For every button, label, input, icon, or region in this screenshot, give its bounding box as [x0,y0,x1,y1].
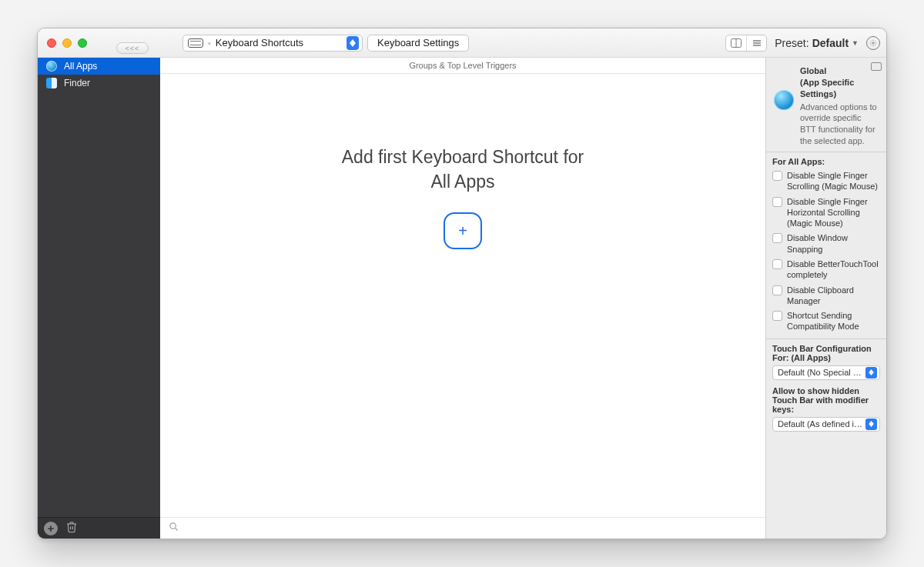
keyboard-icon [188,38,203,48]
modifier-keys-popup[interactable]: Default (As defined in setti… [772,417,880,432]
trigger-type-label: Keyboard Shortcuts [216,37,303,48]
checkbox-option[interactable]: Disable Window Snapping [772,232,880,255]
sidebar-item-all-apps[interactable]: All Apps [38,58,160,75]
inspector-panel: Global(App Specific Settings) Advanced o… [765,58,886,539]
sidebar-item-label: Finder [64,78,90,88]
window-body: All AppsFinder + Groups & Top Level Trig… [38,58,886,539]
preset-name: Default [812,37,849,49]
svg-marker-1 [350,43,356,47]
close-window-button[interactable] [47,38,56,48]
globe-icon [774,90,794,110]
main-area: Add first Keyboard Shortcut for All Apps… [160,74,765,517]
preset-prefix: Preset: [775,37,808,49]
traffic-lights [47,38,102,48]
column-view-icon[interactable] [726,35,746,51]
modifier-keys-title: Allow to show hidden Touch Bar with modi… [772,386,880,414]
empty-state-text: Add first Keyboard Shortcut for All Apps [342,145,584,194]
checkbox-label: Disable Single Finger Horizontal Scrolli… [787,196,880,229]
checkbox-label: Disable Clipboard Manager [787,285,880,307]
list-view-icon[interactable] [746,35,766,51]
stepper-arrows-icon [865,367,877,379]
toolbar-left-group: • Keyboard Shortcuts Keyboard Settings [182,35,469,52]
main-column: Groups & Top Level Triggers Add first Ke… [160,58,765,539]
window-icon[interactable] [871,62,882,71]
sidebar-item-finder[interactable]: Finder [38,75,160,92]
touch-bar-popup[interactable]: Default (No Special Handli… [772,365,880,380]
titlebar: <<< • Keyboard Shortcuts Keyboard Settin… [38,28,886,58]
checkbox-label: Disable BetterTouchTool completely [787,258,880,281]
view-mode-segment[interactable] [725,35,767,52]
checkbox-option[interactable]: Shortcut Sending Compatibility Mode [772,310,880,332]
search-icon[interactable] [168,521,179,535]
add-first-shortcut-button[interactable]: + [444,212,482,249]
for-all-apps-section: For All Apps: Disable Single Finger Scro… [766,152,886,339]
main-subheader: Groups & Top Level Triggers [160,58,765,74]
sidebar-footer: + [38,517,160,539]
modifier-keys-popup-value: Default (As defined in setti… [778,419,865,429]
svg-point-7 [872,42,875,44]
keyboard-settings-button[interactable]: Keyboard Settings [367,35,469,52]
for-all-apps-title: For All Apps: [772,157,880,166]
globe-icon [45,60,58,72]
stepper-arrows-icon [346,36,359,50]
app-window: <<< • Keyboard Shortcuts Keyboard Settin… [37,28,887,539]
minimize-window-button[interactable] [62,38,72,48]
sidebar-list: All AppsFinder [38,58,160,517]
checkbox-option[interactable]: Disable Clipboard Manager [772,285,880,307]
sidebar: All AppsFinder + [38,58,160,539]
touch-bar-popup-value: Default (No Special Handli… [778,368,865,377]
checkbox-icon [772,311,782,321]
inspector-title: Global(App Specific Settings) [800,65,879,100]
svg-marker-11 [869,372,874,375]
toolbar-right-group: Preset: Default▼ [725,35,880,52]
main-footer [160,517,765,539]
checkbox-icon [772,197,782,207]
finder-icon [45,77,58,89]
checkbox-icon [772,285,782,295]
touch-bar-title: Touch Bar Configuration For: (All Apps) [772,344,880,362]
checkbox-icon [772,259,782,269]
svg-marker-13 [869,424,874,427]
checkbox-option[interactable]: Disable Single Finger Scrolling (Magic M… [772,170,880,192]
settings-gear-button[interactable] [866,36,880,50]
checkbox-icon [772,171,782,181]
touch-bar-section: Touch Bar Configuration For: (All Apps) … [766,339,886,438]
delete-app-button[interactable] [65,521,78,536]
checkbox-icon [772,233,782,243]
add-app-button[interactable]: + [44,522,58,535]
stepper-arrows-icon [865,419,877,430]
zoom-window-button[interactable] [78,38,87,48]
inspector-description: Advanced options to override specific BT… [800,102,879,147]
sidebar-item-label: All Apps [64,61,97,72]
svg-line-9 [175,528,177,530]
separator-dot: • [208,38,211,48]
checkbox-label: Disable Window Snapping [787,232,880,255]
preset-selector[interactable]: Preset: Default▼ [775,37,859,49]
trigger-type-selector[interactable]: • Keyboard Shortcuts [182,35,363,52]
checkbox-label: Disable Single Finger Scrolling (Magic M… [787,170,880,192]
inspector-header: Global(App Specific Settings) Advanced o… [766,58,886,152]
checkbox-label: Shortcut Sending Compatibility Mode [787,310,880,332]
svg-point-8 [170,523,176,529]
back-button[interactable]: <<< [116,42,149,54]
checkbox-option[interactable]: Disable BetterTouchTool completely [772,258,880,281]
checkbox-option[interactable]: Disable Single Finger Horizontal Scrolli… [772,196,880,229]
chevron-down-icon: ▼ [852,39,859,47]
